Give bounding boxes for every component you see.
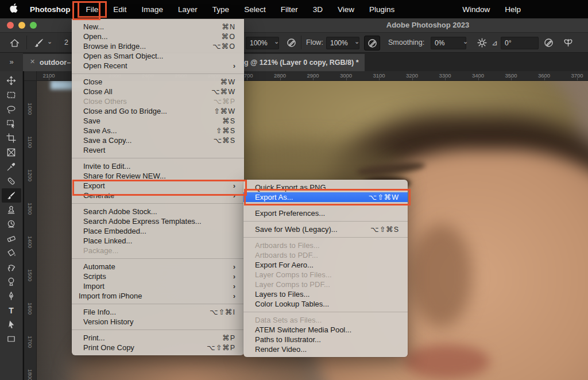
menu-item-place-linked[interactable]: Place Linked... <box>72 236 244 246</box>
menu-item-open-as-smart-object[interactable]: Open as Smart Object... <box>72 51 244 61</box>
menu-item-quick-export-as-png[interactable]: Quick Export as PNG <box>243 183 408 192</box>
menu-item-browse-in-bridge[interactable]: Browse in Bridge...⌥⌘O <box>72 41 244 51</box>
smudge-tool-icon[interactable] <box>2 260 21 274</box>
gradient-tool-icon[interactable] <box>2 246 21 260</box>
menu-item-layers-to-files[interactable]: Layers to Files... <box>243 289 408 299</box>
crop-tool-icon[interactable] <box>2 131 21 145</box>
menu-item-file-info[interactable]: File Info...⌥⇧⌘I <box>72 307 244 317</box>
window-title: Adobe Photoshop 2023 <box>386 21 469 29</box>
eraser-tool-icon[interactable] <box>2 231 21 246</box>
chevron-down-icon[interactable]: ⌄ <box>274 38 279 45</box>
menubar-item-file[interactable]: File <box>79 2 106 17</box>
pen-tool-icon[interactable] <box>2 289 21 303</box>
brush-preset-icon[interactable] <box>32 36 45 49</box>
menu-item-print[interactable]: Print...⌘P <box>72 333 244 343</box>
angle-input[interactable]: 0° <box>501 37 539 49</box>
tab-close-icon[interactable]: ✕ <box>30 58 35 65</box>
menubar-item-view[interactable]: View <box>330 2 362 17</box>
menu-item-export-preferences[interactable]: Export Preferences... <box>243 208 408 218</box>
menu-item-save-a-copy[interactable]: Save a Copy...⌥⌘S <box>72 135 244 145</box>
object-selection-tool-icon[interactable] <box>2 117 21 131</box>
menu-item-generate[interactable]: Generate› <box>72 191 244 200</box>
menu-item-open-recent[interactable]: Open Recent› <box>72 61 244 71</box>
menubar-item-filter[interactable]: Filter <box>273 2 305 17</box>
type-tool-glyph: T <box>9 306 14 315</box>
close-window-button[interactable] <box>7 22 14 29</box>
chevron-down-icon[interactable]: ⌄ <box>354 38 359 45</box>
menu-item-print-one-copy[interactable]: Print One Copy⌥⇧⌘P <box>72 343 244 352</box>
chevron-down-icon[interactable]: ⌄ <box>463 38 468 45</box>
menubar-item-select[interactable]: Select <box>237 2 273 17</box>
menu-item-render-video[interactable]: Render Video... <box>243 344 408 354</box>
brush-tool-icon[interactable] <box>2 188 21 203</box>
menu-item-version-history[interactable]: Version History <box>72 317 244 327</box>
menu-item-share-for-review-new[interactable]: Share for Review NEW... <box>72 171 244 181</box>
rectangle-tool-icon[interactable] <box>2 332 21 346</box>
menu-item-export-as[interactable]: Export As...⌥⇧⌘W <box>243 192 408 202</box>
move-tool-icon[interactable] <box>2 73 21 88</box>
chevron-down-icon[interactable]: ⌄ <box>47 38 52 45</box>
menu-item-save[interactable]: Save⌘S <box>72 116 244 126</box>
menu-item-search-adobe-stock[interactable]: Search Adobe Stock... <box>72 207 244 216</box>
clone-stamp-tool-icon[interactable] <box>2 203 21 217</box>
menu-item-label: Import <box>83 282 105 290</box>
lasso-tool-icon[interactable] <box>2 102 21 117</box>
menu-item-color-lookup-tables[interactable]: Color Lookup Tables... <box>243 299 408 309</box>
menu-item-open[interactable]: Open...⌘O <box>72 32 244 41</box>
menubar-item-help[interactable]: Help <box>497 2 528 17</box>
menu-separator <box>243 237 408 238</box>
airbrush-toggle-icon[interactable] <box>364 36 380 51</box>
type-tool-icon[interactable]: T <box>2 303 21 317</box>
menu-item-invite-to-edit[interactable]: Invite to Edit... <box>72 161 244 171</box>
menu-item-revert[interactable]: Revert <box>72 145 244 155</box>
menu-item-close-and-go-to-bridge[interactable]: Close and Go to Bridge...⇧⌘W <box>72 106 244 116</box>
history-brush-tool-icon[interactable] <box>2 217 21 231</box>
menu-item-new[interactable]: New...⌘N <box>72 22 244 32</box>
menu-item-import[interactable]: Import› <box>72 281 244 291</box>
menubar-item-photoshop[interactable]: Photoshop <box>22 2 79 17</box>
gear-icon[interactable] <box>475 36 488 49</box>
menu-item-automate[interactable]: Automate› <box>72 262 244 272</box>
menu-item-save-for-web-legacy[interactable]: Save for Web (Legacy)...⌥⇧⌘S <box>243 224 408 234</box>
rectangular-marquee-tool-icon[interactable] <box>2 88 21 102</box>
menu-item-atem-switcher-media-pool[interactable]: ATEM Switcher Media Pool... <box>243 325 408 335</box>
panel-collapse-button[interactable]: » <box>0 52 23 71</box>
menu-item-close[interactable]: Close⌘W <box>72 77 244 87</box>
apple-logo-icon[interactable] <box>5 3 22 15</box>
menubar-item-3d[interactable]: 3D <box>305 2 330 17</box>
smoothing-label: Smoothing: <box>388 38 424 46</box>
dodge-tool-icon[interactable] <box>2 274 21 289</box>
ruler-tick-label: 1300 <box>27 198 33 220</box>
menu-item-label: Scripts <box>83 272 106 281</box>
menu-item-export-for-aero[interactable]: Export For Aero... <box>243 260 408 270</box>
symmetry-butterfly-icon[interactable] <box>562 36 574 49</box>
submenu-chevron-icon: › <box>233 262 235 271</box>
menubar-item-window[interactable]: Window <box>455 2 497 17</box>
spot-healing-brush-tool-icon[interactable] <box>2 174 21 188</box>
minimize-window-button[interactable] <box>18 22 25 29</box>
menu-item-export[interactable]: Export› <box>72 181 244 191</box>
eyedropper-tool-icon[interactable] <box>2 160 21 174</box>
zoom-window-button[interactable] <box>30 22 37 29</box>
vertical-ruler[interactable]: 900100011001200130014001500160017001800 <box>24 71 37 380</box>
menu-item-search-adobe-express-templates[interactable]: Search Adobe Express Templates... <box>72 216 244 226</box>
menu-item-place-embedded[interactable]: Place Embedded... <box>72 226 244 236</box>
menu-item-close-all[interactable]: Close All⌥⌘W <box>72 87 244 96</box>
menubar-item-edit[interactable]: Edit <box>106 2 134 17</box>
smoothing-select[interactable]: 0% <box>431 37 466 49</box>
menu-item-import-from-iphone[interactable]: Import from iPhone› <box>72 291 244 301</box>
path-selection-tool-icon[interactable] <box>2 317 21 332</box>
menu-item-label: Share for Review NEW... <box>83 172 166 180</box>
menubar-item-type[interactable]: Type <box>205 2 237 17</box>
ruler-corner <box>24 71 37 81</box>
menubar-item-image[interactable]: Image <box>134 2 171 17</box>
home-icon[interactable] <box>8 36 21 49</box>
opacity-pressure-icon[interactable] <box>285 36 297 49</box>
menubar-item-plugins[interactable]: Plugins <box>362 2 402 17</box>
menu-item-scripts[interactable]: Scripts› <box>72 272 244 281</box>
menubar-item-layer[interactable]: Layer <box>171 2 205 17</box>
menu-item-paths-to-illustrator[interactable]: Paths to Illustrator... <box>243 335 408 344</box>
size-pressure-icon[interactable] <box>542 36 555 49</box>
frame-tool-icon[interactable] <box>2 145 21 160</box>
menu-item-save-as[interactable]: Save As...⇧⌘S <box>72 126 244 135</box>
